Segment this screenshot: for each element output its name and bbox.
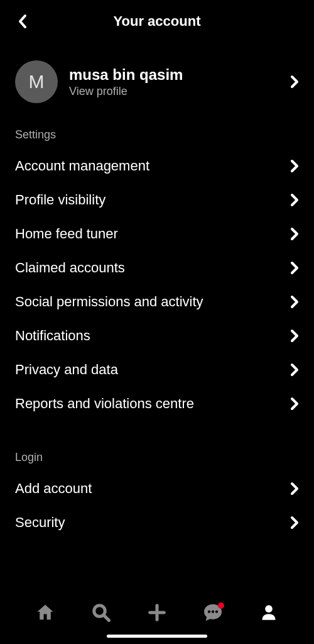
svg-line-1 xyxy=(104,615,109,620)
row-social-permissions[interactable]: Social permissions and activity xyxy=(0,285,314,319)
row-privacy-data[interactable]: Privacy and data xyxy=(0,353,314,387)
row-label: Add account xyxy=(15,480,92,497)
tab-messages[interactable] xyxy=(199,599,227,626)
row-label: Notifications xyxy=(15,328,90,344)
row-security[interactable]: Security xyxy=(0,506,314,540)
home-icon xyxy=(36,603,55,622)
chevron-right-icon xyxy=(290,159,299,173)
row-label: Account management xyxy=(15,158,149,174)
row-label: Privacy and data xyxy=(15,362,118,378)
home-indicator xyxy=(107,635,207,638)
login-section-label: Login xyxy=(0,438,314,472)
back-button[interactable] xyxy=(14,13,31,30)
row-claimed-accounts[interactable]: Claimed accounts xyxy=(0,251,314,285)
row-reports-violations[interactable]: Reports and violations centre xyxy=(0,387,314,421)
row-notifications[interactable]: Notifications xyxy=(0,319,314,353)
row-home-feed-tuner[interactable]: Home feed tuner xyxy=(0,217,314,251)
person-icon xyxy=(260,604,278,621)
row-label: Profile visibility xyxy=(15,192,106,208)
chevron-right-icon xyxy=(290,516,299,530)
avatar: M xyxy=(15,60,58,103)
header: Your account xyxy=(0,0,314,43)
row-label: Security xyxy=(15,514,65,531)
tab-home[interactable] xyxy=(31,599,59,626)
row-label: Social permissions and activity xyxy=(15,294,203,310)
svg-point-4 xyxy=(208,611,210,613)
row-label: Home feed tuner xyxy=(15,226,118,242)
chevron-right-icon xyxy=(290,75,299,89)
chevron-right-icon xyxy=(290,193,299,207)
view-profile-label: View profile xyxy=(69,85,279,98)
settings-list: Account management Profile visibility Ho… xyxy=(0,149,314,421)
chevron-right-icon xyxy=(290,482,299,496)
chevron-right-icon xyxy=(290,227,299,241)
settings-section-label: Settings xyxy=(0,116,314,149)
row-account-management[interactable]: Account management xyxy=(0,149,314,183)
chevron-right-icon xyxy=(290,295,299,309)
page-title: Your account xyxy=(114,13,201,30)
svg-point-5 xyxy=(212,611,214,613)
profile-text: musa bin qasim View profile xyxy=(69,66,279,98)
chevron-right-icon xyxy=(290,397,299,411)
chevron-right-icon xyxy=(290,329,299,343)
avatar-initial: M xyxy=(29,71,45,92)
row-label: Reports and violations centre xyxy=(15,396,194,412)
search-icon xyxy=(92,603,111,622)
row-label: Claimed accounts xyxy=(15,260,125,276)
tab-profile[interactable] xyxy=(255,599,283,626)
plus-icon xyxy=(148,603,166,622)
chevron-right-icon xyxy=(290,363,299,377)
svg-point-7 xyxy=(265,605,273,613)
tab-search[interactable] xyxy=(87,599,115,626)
notification-badge xyxy=(218,602,224,609)
row-profile-visibility[interactable]: Profile visibility xyxy=(0,183,314,217)
profile-name: musa bin qasim xyxy=(69,66,279,84)
row-add-account[interactable]: Add account xyxy=(0,472,314,506)
chevron-left-icon xyxy=(18,14,28,29)
profile-row[interactable]: M musa bin qasim View profile xyxy=(0,43,314,116)
chevron-right-icon xyxy=(290,261,299,275)
tab-create[interactable] xyxy=(143,599,171,626)
login-list: Add account Security xyxy=(0,472,314,540)
svg-point-6 xyxy=(215,611,218,613)
